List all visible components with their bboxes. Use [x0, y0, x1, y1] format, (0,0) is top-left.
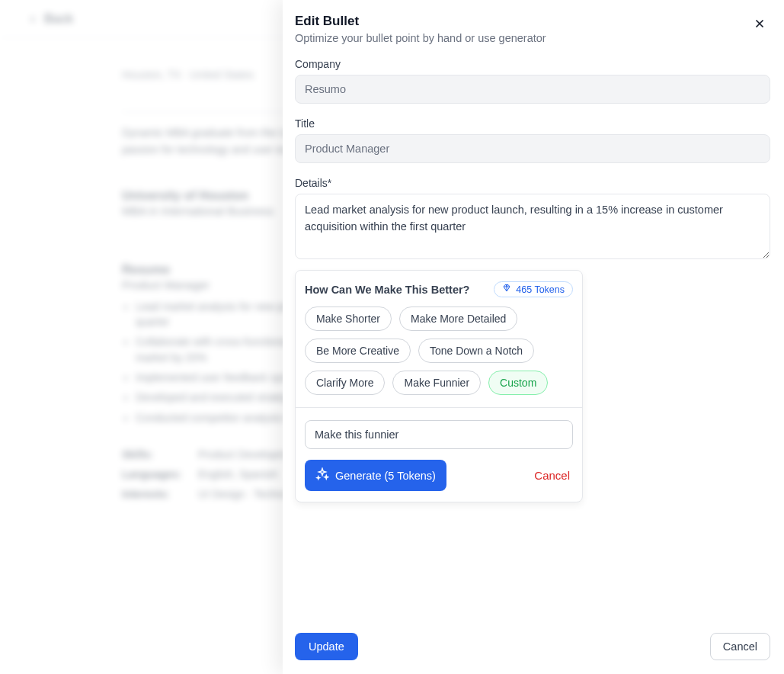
gem-icon	[502, 284, 511, 295]
panel-title: Edit Bullet	[295, 14, 546, 29]
generator-question: How Can We Make This Better?	[305, 284, 469, 296]
panel-subtitle: Optimize your bullet point by hand or us…	[295, 32, 546, 44]
generate-button[interactable]: Generate (5 Tokens)	[305, 460, 446, 491]
token-badge[interactable]: 465 Tokens	[494, 281, 573, 297]
token-count: 465 Tokens	[516, 284, 565, 295]
details-label: Details*	[295, 177, 770, 189]
title-label: Title	[295, 117, 770, 130]
company-field[interactable]	[295, 75, 770, 104]
custom-prompt-input[interactable]	[305, 420, 573, 449]
generator-cancel-button[interactable]: Cancel	[531, 463, 573, 488]
chip-be-more-creative[interactable]: Be More Creative	[305, 339, 411, 363]
chip-tone-down[interactable]: Tone Down a Notch	[418, 339, 534, 363]
chip-make-shorter[interactable]: Make Shorter	[305, 307, 392, 331]
sparkle-icon	[315, 467, 329, 483]
company-label: Company	[295, 58, 770, 70]
close-button[interactable]	[749, 14, 770, 35]
chip-make-more-detailed[interactable]: Make More Detailed	[399, 307, 517, 331]
chip-custom[interactable]: Custom	[488, 371, 548, 395]
generator-card: How Can We Make This Better? 465 Tokens …	[295, 270, 583, 502]
update-button[interactable]: Update	[295, 633, 358, 660]
details-textarea[interactable]	[295, 194, 770, 259]
edit-bullet-panel: Edit Bullet Optimize your bullet point b…	[283, 0, 784, 674]
chip-clarify-more[interactable]: Clarify More	[305, 371, 385, 395]
suggestion-chips: Make Shorter Make More Detailed Be More …	[305, 307, 573, 395]
cancel-button[interactable]: Cancel	[710, 633, 770, 660]
title-field[interactable]	[295, 134, 770, 163]
chip-make-funnier[interactable]: Make Funnier	[392, 371, 481, 395]
generate-button-label: Generate (5 Tokens)	[335, 470, 436, 482]
close-icon	[753, 17, 766, 33]
